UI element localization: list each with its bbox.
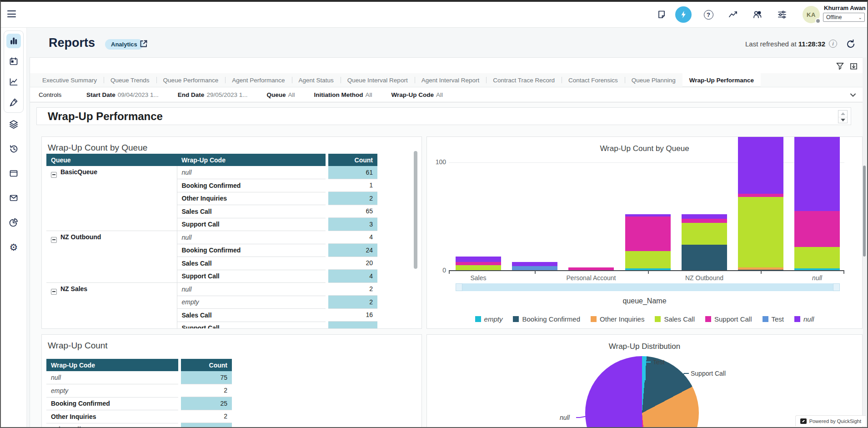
count-cell: 106 (181, 423, 232, 428)
controls-collapse-icon[interactable] (849, 91, 857, 101)
status-dot (815, 18, 821, 24)
customize-icon[interactable] (6, 95, 21, 110)
col-header-count[interactable]: Count (181, 359, 232, 371)
pie-chart-icon[interactable] (6, 215, 21, 230)
tab-executive-summary[interactable]: Executive Summary (35, 73, 104, 87)
zoom-handle-left[interactable] (456, 283, 462, 291)
bar-segment-null[interactable] (682, 214, 727, 219)
legend-swatch (655, 316, 661, 322)
pager-down-icon[interactable] (838, 117, 847, 123)
window-scrollbar[interactable] (863, 57, 866, 427)
visual-title: Wrap-Up Count by Queue (48, 143, 147, 153)
status-select[interactable]: Offline ⌄ (823, 13, 865, 22)
tab-queue-interval-report[interactable]: Queue Interval Report (341, 73, 415, 87)
tab-agent-performance[interactable]: Agent Performance (225, 73, 291, 87)
tab-queue-performance[interactable]: Queue Performance (156, 73, 226, 87)
avatar[interactable]: KA (803, 6, 820, 23)
filter-icon[interactable] (835, 61, 846, 72)
bar-chart-icon[interactable] (6, 34, 21, 48)
gear-icon[interactable]: ⚙ (6, 240, 21, 254)
count-cell: 16 (328, 309, 377, 322)
bar-segment-support-call[interactable] (794, 211, 840, 247)
filter-queue[interactable]: QueueAll (266, 91, 295, 98)
help-icon[interactable]: ? (701, 7, 716, 22)
count-column: Count 61126534242042216 (328, 154, 377, 329)
sheet-pager (838, 110, 848, 123)
tab-contract-trace-record[interactable]: Contract Trace Record (486, 73, 562, 87)
hamburger-menu-icon[interactable] (7, 9, 18, 20)
settings-sliders-icon[interactable] (775, 7, 789, 22)
count-cell: 2 (181, 384, 232, 398)
count-cell: 1 (328, 179, 377, 192)
filters: Start Date09/04/2023 1...End Date29/05/2… (86, 91, 462, 98)
tab-wrap-up-performance[interactable]: Wrap-Up Performance (682, 73, 761, 87)
legend-item-empty[interactable]: empty (475, 315, 503, 323)
col-header-count[interactable]: Count (328, 154, 377, 166)
legend-item-sales-call[interactable]: Sales Call (655, 315, 695, 323)
layers-icon[interactable] (6, 117, 21, 131)
bar-segment-sales-call[interactable] (682, 223, 727, 245)
col-header-code[interactable]: Wrap-Up Code (177, 154, 326, 166)
legend-item-support-call[interactable]: Support Call (705, 315, 752, 323)
refresh-icon[interactable] (845, 39, 856, 51)
bar-segment-support-call[interactable] (625, 217, 671, 251)
bar-segment-sales-call[interactable] (625, 251, 671, 268)
col-header-queue[interactable]: Queue (46, 154, 177, 166)
legend-swatch (475, 316, 481, 322)
users-icon[interactable] (750, 7, 765, 22)
tab-queue-planning[interactable]: Queue Planning (625, 73, 682, 87)
wrapup-code-cell: empty (46, 384, 178, 398)
bar-segment-null[interactable] (625, 214, 671, 217)
last-refreshed: Last refreshed at 11:28:32 (745, 40, 825, 48)
metrics-icon[interactable] (726, 7, 740, 22)
bar-segment-support-call[interactable] (682, 219, 727, 223)
sidebar-group (4, 30, 24, 113)
filter-end-date[interactable]: End Date29/05/2023 1... (178, 91, 248, 98)
legend-swatch (794, 316, 800, 322)
bar-segment-booking-confirmed[interactable] (682, 245, 727, 271)
analytics-badge[interactable]: Analytics (105, 39, 143, 50)
collapse-icon[interactable] (51, 172, 57, 178)
legend-item-booking-confirmed[interactable]: Booking Confirmed (513, 315, 580, 323)
tab-agent-status[interactable]: Agent Status (292, 73, 341, 87)
wrapup-code-cell: Sales Call (177, 205, 326, 218)
bar-segment-sales-call[interactable] (738, 197, 783, 267)
bar-segment-null[interactable] (794, 136, 840, 211)
tab-contact-forensics[interactable]: Contact Forensics (562, 73, 625, 87)
bar-segment-sales-call[interactable] (794, 247, 840, 269)
col-header-code[interactable]: Wrap-Up Code (46, 359, 178, 371)
table-scrollbar[interactable] (414, 151, 417, 269)
bar-segment-other-inquiries[interactable] (738, 267, 783, 270)
tab-agent-interval-report[interactable]: Agent Interval Report (415, 73, 487, 87)
window-scrollbar-thumb[interactable] (863, 166, 866, 257)
bar-segment-null[interactable] (456, 257, 501, 262)
line-chart-icon[interactable] (6, 75, 21, 89)
mail-icon[interactable] (6, 191, 21, 205)
calendar-icon[interactable] (6, 54, 21, 69)
filter-start-date[interactable]: Start Date09/04/2023 1... (86, 91, 159, 98)
wrapup-code-cell: Support Call (177, 270, 326, 283)
pie-chart[interactable] (585, 356, 699, 428)
collapse-icon[interactable] (51, 237, 57, 243)
export-icon[interactable] (849, 61, 860, 72)
realtime-metrics-icon[interactable] (675, 6, 692, 23)
history-icon[interactable] (6, 141, 21, 156)
zoom-handle-right[interactable] (833, 283, 840, 291)
legend-item-null[interactable]: null (794, 315, 814, 323)
window-icon[interactable] (6, 166, 21, 181)
tab-queue-trends[interactable]: Queue Trends (104, 73, 156, 87)
legend-item-test[interactable]: Test (763, 315, 784, 323)
notes-icon[interactable] (654, 7, 669, 22)
chart-zoom-scrollbar[interactable] (456, 283, 840, 291)
bar-segment-support-call[interactable] (456, 262, 501, 265)
filter-wrap-up-code[interactable]: Wrap-Up CodeAll (391, 91, 443, 98)
collapse-icon[interactable] (51, 289, 57, 295)
bar-segment-null[interactable] (738, 136, 783, 194)
bar-segment-null[interactable] (512, 262, 557, 267)
open-external-icon[interactable] (139, 39, 149, 50)
filter-initiation-method[interactable]: Initiation MethodAll (314, 91, 372, 98)
legend-item-other-inquiries[interactable]: Other Inquiries (591, 315, 644, 323)
bar-segment-support-call[interactable] (738, 194, 783, 197)
pager-up-icon[interactable] (838, 111, 847, 117)
info-icon[interactable]: i (829, 40, 837, 48)
